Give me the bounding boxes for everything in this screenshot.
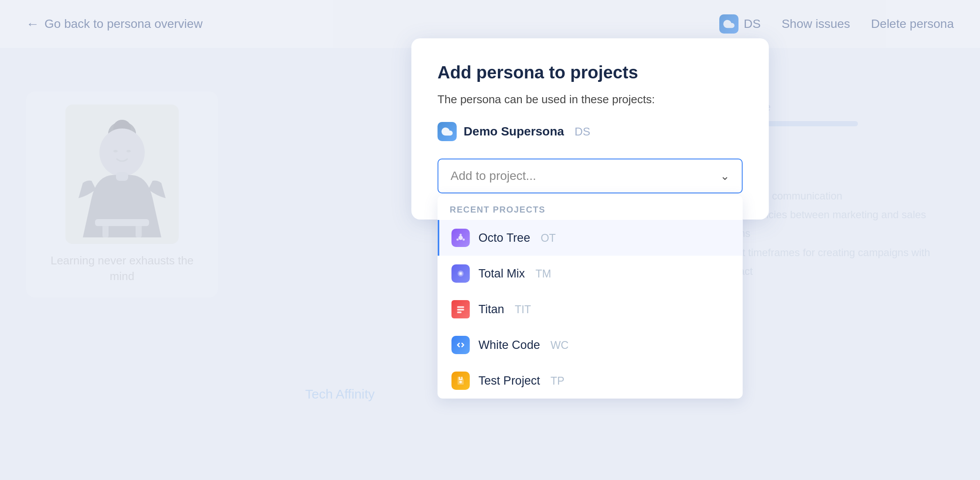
total-mix-svg [456, 268, 466, 279]
svg-rect-17 [457, 309, 464, 311]
white-code-svg [456, 340, 466, 350]
octo-tree-abbr: OT [541, 232, 556, 244]
total-mix-name: Total Mix [479, 267, 525, 281]
white-code-name: White Code [479, 338, 540, 352]
modal-title: Add persona to projects [438, 63, 743, 82]
chevron-down-icon: ⌄ [720, 169, 730, 183]
svg-point-11 [456, 239, 459, 241]
dropdown-item-octo-tree[interactable]: Octo Tree OT [438, 220, 743, 256]
modal: Add persona to projects The persona can … [412, 38, 769, 220]
current-project-abbr: DS [575, 125, 590, 139]
svg-point-15 [460, 273, 461, 274]
dropdown-container[interactable]: Add to project... ⌄ RECENT PROJECTS Octo… [438, 159, 743, 193]
total-mix-abbr: TM [535, 267, 551, 280]
svg-rect-16 [457, 306, 464, 308]
dropdown-select[interactable]: Add to project... ⌄ [438, 159, 743, 193]
dropdown-item-test-project[interactable]: Test Project TP [438, 363, 743, 399]
current-project-cloud-icon [441, 125, 453, 138]
dropdown-item-total-mix[interactable]: Total Mix TM [438, 256, 743, 291]
current-projects: Demo Supersona DS [438, 122, 743, 141]
test-project-abbr: TP [551, 375, 565, 387]
modal-subtitle: The persona can be used in these project… [438, 93, 743, 106]
titan-svg [456, 304, 466, 314]
svg-point-19 [459, 381, 462, 383]
test-project-svg [456, 375, 466, 386]
dropdown-placeholder: Add to project... [451, 169, 536, 183]
titan-abbr: TIT [515, 303, 531, 316]
dropdown-list: RECENT PROJECTS Octo Tree OT [438, 195, 743, 399]
svg-point-10 [459, 234, 462, 236]
current-project-name: Demo Supersona [464, 125, 564, 139]
current-project-icon [438, 122, 457, 141]
total-mix-icon [452, 264, 470, 283]
octo-tree-svg [456, 233, 466, 243]
white-code-icon [452, 336, 470, 354]
svg-point-12 [463, 239, 465, 241]
octo-tree-icon [452, 229, 470, 247]
test-project-icon [452, 372, 470, 390]
octo-tree-name: Octo Tree [479, 231, 531, 245]
dropdown-item-titan[interactable]: Titan TIT [438, 291, 743, 327]
test-project-name: Test Project [479, 374, 540, 388]
white-code-abbr: WC [551, 339, 569, 352]
svg-point-9 [459, 236, 463, 240]
titan-name: Titan [479, 303, 504, 316]
svg-rect-18 [457, 311, 462, 313]
titan-icon [452, 300, 470, 318]
dropdown-section-label: RECENT PROJECTS [438, 195, 743, 220]
dropdown-item-white-code[interactable]: White Code WC [438, 327, 743, 363]
